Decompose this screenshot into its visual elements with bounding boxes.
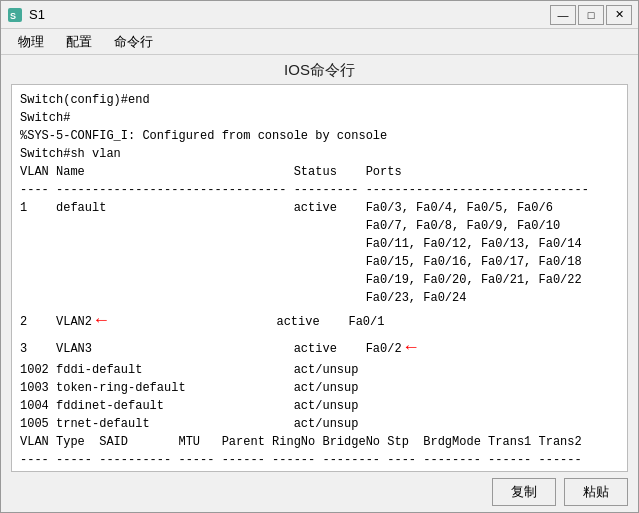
app-icon: S — [7, 7, 23, 23]
menu-item-config[interactable]: 配置 — [55, 30, 103, 54]
minimize-button[interactable]: — — [550, 5, 576, 25]
menu-item-cli[interactable]: 命令行 — [103, 30, 164, 54]
menu-item-physics[interactable]: 物理 — [7, 30, 55, 54]
svg-text:S: S — [10, 11, 16, 21]
close-button[interactable]: ✕ — [606, 5, 632, 25]
menu-bar: 物理 配置 命令行 — [1, 29, 638, 55]
window-title: S1 — [29, 7, 45, 22]
maximize-button[interactable]: □ — [578, 5, 604, 25]
copy-button[interactable]: 复制 — [492, 478, 556, 506]
paste-button[interactable]: 粘贴 — [564, 478, 628, 506]
title-bar: S S1 — □ ✕ — [1, 1, 638, 29]
bottom-bar: 复制 粘贴 — [1, 472, 638, 512]
page-title: IOS命令行 — [1, 55, 638, 84]
terminal-output[interactable]: Switch(config)#endSwitch#%SYS-5-CONFIG_I… — [12, 85, 627, 471]
main-window: S S1 — □ ✕ 物理 配置 命令行 IOS命令行 Switch(confi… — [0, 0, 639, 513]
content-area: Switch(config)#endSwitch#%SYS-5-CONFIG_I… — [11, 84, 628, 472]
